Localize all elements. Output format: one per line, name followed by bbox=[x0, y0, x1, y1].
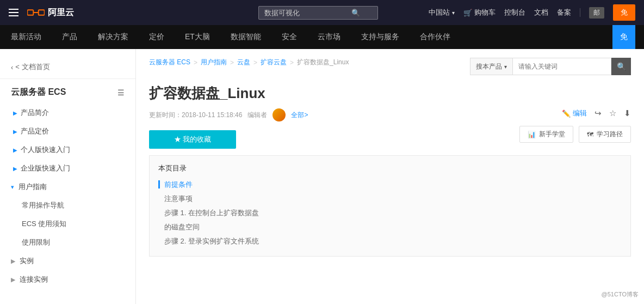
toc-item-step2[interactable]: 步骤 2. 登录实例扩容文件系统 bbox=[158, 234, 622, 248]
cart-icon: 🛒 bbox=[463, 9, 472, 17]
helper-btns: 📊 新手学堂 🗺 学习路径 bbox=[519, 126, 631, 143]
edit-link[interactable]: ✏️ 编辑 bbox=[562, 108, 587, 118]
cart-button[interactable]: 🛒 购物车 bbox=[463, 8, 496, 17]
toc-link-disk-space[interactable]: 的磁盘空间 bbox=[158, 223, 200, 231]
collect-button[interactable]: ★ 我的收藏 bbox=[149, 130, 236, 149]
nav-item-pricing[interactable]: 定价 bbox=[147, 25, 166, 49]
nav-item-partners[interactable]: 合作伙伴 bbox=[418, 25, 453, 49]
sidebar-item-label: 用户指南 bbox=[18, 182, 47, 192]
header-search-input[interactable] bbox=[513, 63, 611, 70]
breadcrumb-ecs[interactable]: 云服务器 ECS bbox=[149, 58, 190, 67]
share-icon[interactable]: ↪ bbox=[595, 108, 602, 118]
breadcrumb-user-guide[interactable]: 用户指南 bbox=[201, 58, 227, 67]
arrow-down-icon: ▾ bbox=[11, 184, 14, 191]
sidebar-item-common-ops[interactable]: 常用操作导航 bbox=[0, 196, 135, 215]
sidebar-sub-label: 使用限制 bbox=[22, 238, 50, 247]
logo-icon bbox=[27, 7, 45, 19]
edit-row: ✏️ 编辑 ↪ ☆ ⬇ bbox=[562, 108, 631, 118]
beginner-hall-btn[interactable]: 📊 新手学堂 bbox=[519, 126, 573, 143]
breadcrumb-wrap: 云服务器 ECS > 用户指南 > 云盘 > 扩容云盘 > 扩容数据盘_Linu… bbox=[149, 58, 470, 74]
star-icon[interactable]: ☆ bbox=[609, 108, 616, 118]
breadcrumb-expand[interactable]: 扩容云盘 bbox=[261, 58, 287, 67]
toc-item-step1[interactable]: 步骤 1. 在控制台上扩容数据盘 bbox=[158, 206, 622, 220]
sidebar-sub-label: ECS 使用须知 bbox=[22, 219, 66, 229]
toc-link-notes[interactable]: 注意事项 bbox=[158, 194, 193, 203]
logo[interactable]: 阿里云 bbox=[27, 7, 74, 19]
nav-item-et[interactable]: ET大脑 bbox=[183, 25, 212, 49]
sidebar: ‹ < 文档首页 云服务器 ECS ☰ ▶ 产品简介 ▶ 产品定价 ▶ 个人版快… bbox=[0, 49, 136, 304]
svg-rect-0 bbox=[27, 10, 33, 15]
back-label: < 文档首页 bbox=[15, 62, 49, 72]
toc-link-prereq[interactable]: 前提条件 bbox=[158, 180, 193, 189]
hamburger-menu[interactable] bbox=[9, 9, 18, 16]
sidebar-item-limits[interactable]: 使用限制 bbox=[0, 233, 135, 252]
map-icon: 🗺 bbox=[587, 131, 593, 138]
breadcrumb-sep: > bbox=[194, 59, 197, 66]
console-link[interactable]: 控制台 bbox=[504, 8, 525, 17]
download-icon[interactable]: ⬇ bbox=[624, 108, 631, 118]
toc-item-notes[interactable]: 注意事项 bbox=[158, 192, 622, 206]
second-nav: 最新活动 产品 解决方案 定价 ET大脑 数据智能 安全 云市场 支持与服务 合… bbox=[0, 25, 644, 49]
avatar bbox=[273, 108, 286, 121]
free-button[interactable]: 免 bbox=[613, 4, 635, 21]
backup-link[interactable]: 备案 bbox=[557, 8, 571, 17]
breadcrumb-cloud-disk[interactable]: 云盘 bbox=[237, 58, 250, 67]
top-nav-center: 🔍 bbox=[219, 6, 418, 20]
collect-section: ★ 我的收藏 bbox=[149, 130, 308, 149]
nav-item-market[interactable]: 云市场 bbox=[315, 25, 343, 49]
sidebar-item-personal[interactable]: ▶ 个人版快速入门 bbox=[0, 141, 135, 159]
search-scope-select[interactable]: 搜本产品 ▾ bbox=[470, 58, 512, 75]
breadcrumb-sep: > bbox=[230, 59, 234, 66]
sidebar-item-label: 个人版快速入门 bbox=[21, 145, 70, 155]
docs-link[interactable]: 文档 bbox=[534, 8, 548, 17]
update-time: 更新时间：2018-10-11 15:18:46 bbox=[149, 111, 242, 120]
content-header: 云服务器 ECS > 用户指南 > 云盘 > 扩容云盘 > 扩容数据盘_Linu… bbox=[149, 58, 631, 75]
header-search-wrap: 搜本产品 ▾ 🔍 bbox=[470, 58, 631, 75]
top-nav: 阿里云 🔍 中国站 ▾ 🛒 购物车 控制台 文档 备案 邮 免 bbox=[0, 0, 644, 25]
all-editors-link[interactable]: 全部> bbox=[291, 111, 308, 120]
top-search-bar[interactable]: 🔍 bbox=[258, 6, 378, 20]
sidebar-menu-icon[interactable]: ☰ bbox=[117, 88, 125, 97]
nav-item-data[interactable]: 数据智能 bbox=[228, 25, 263, 49]
mail-label: 邮 bbox=[589, 7, 604, 19]
sidebar-item-instances[interactable]: ▶ 实例 bbox=[0, 252, 135, 270]
top-nav-left: 阿里云 bbox=[9, 7, 208, 19]
sidebar-item-user-guide[interactable]: ▾ 用户指南 bbox=[0, 178, 135, 196]
beginner-hall-label: 新手学堂 bbox=[539, 130, 565, 139]
nav-item-security[interactable]: 安全 bbox=[280, 25, 299, 49]
top-search-input[interactable] bbox=[264, 9, 351, 17]
arrow-right-icon: ▶ bbox=[11, 258, 15, 265]
arrow-right-icon: ▶ bbox=[13, 147, 17, 153]
sidebar-item-ecs-notes[interactable]: ECS 使用须知 bbox=[0, 215, 135, 233]
region-label: 中国站 bbox=[429, 8, 450, 17]
arrow-right-icon: ▶ bbox=[13, 110, 17, 116]
sidebar-item-pricing[interactable]: ▶ 产品定价 bbox=[0, 122, 135, 141]
sidebar-back-link[interactable]: ‹ < 文档首页 bbox=[0, 58, 135, 79]
header-search-button[interactable]: 🔍 bbox=[611, 58, 631, 75]
sidebar-title: 云服务器 ECS bbox=[11, 87, 66, 98]
breadcrumb-current: 扩容数据盘_Linux bbox=[297, 58, 349, 67]
free-highlight-btn[interactable]: 免 bbox=[612, 25, 635, 49]
article-meta-section: 更新时间：2018-10-11 15:18:46 编辑者 全部> ★ 我的收藏 bbox=[149, 108, 308, 155]
header-search-input-wrap bbox=[512, 58, 611, 75]
toc-link-step2[interactable]: 步骤 2. 登录实例扩容文件系统 bbox=[158, 237, 259, 245]
sidebar-item-label: 企业版快速入门 bbox=[21, 163, 70, 173]
learning-path-btn[interactable]: 🗺 学习路径 bbox=[579, 126, 631, 143]
arrow-right-icon: ▶ bbox=[13, 129, 17, 135]
sidebar-item-label: 产品定价 bbox=[21, 126, 49, 136]
region-selector[interactable]: 中国站 ▾ bbox=[429, 8, 455, 17]
sidebar-item-connect[interactable]: ▶ 连接实例 bbox=[0, 270, 135, 289]
toc-item-prereq[interactable]: 前提条件 bbox=[158, 178, 622, 192]
nav-item-support[interactable]: 支持与服务 bbox=[359, 25, 401, 49]
svg-rect-1 bbox=[39, 10, 45, 15]
nav-item-solutions[interactable]: 解决方案 bbox=[96, 25, 131, 49]
search-icon[interactable]: 🔍 bbox=[351, 9, 360, 17]
nav-item-latest[interactable]: 最新活动 bbox=[9, 25, 44, 49]
sidebar-item-enterprise[interactable]: ▶ 企业版快速入门 bbox=[0, 159, 135, 178]
toc-item-disk-space[interactable]: 的磁盘空间 bbox=[158, 220, 622, 234]
toc-link-step1[interactable]: 步骤 1. 在控制台上扩容数据盘 bbox=[158, 209, 259, 217]
top-nav-right: 中国站 ▾ 🛒 购物车 控制台 文档 备案 邮 免 bbox=[429, 4, 635, 21]
sidebar-item-product-intro[interactable]: ▶ 产品简介 bbox=[0, 104, 135, 122]
nav-item-products[interactable]: 产品 bbox=[60, 25, 79, 49]
chevron-left-icon: ‹ bbox=[11, 63, 13, 71]
